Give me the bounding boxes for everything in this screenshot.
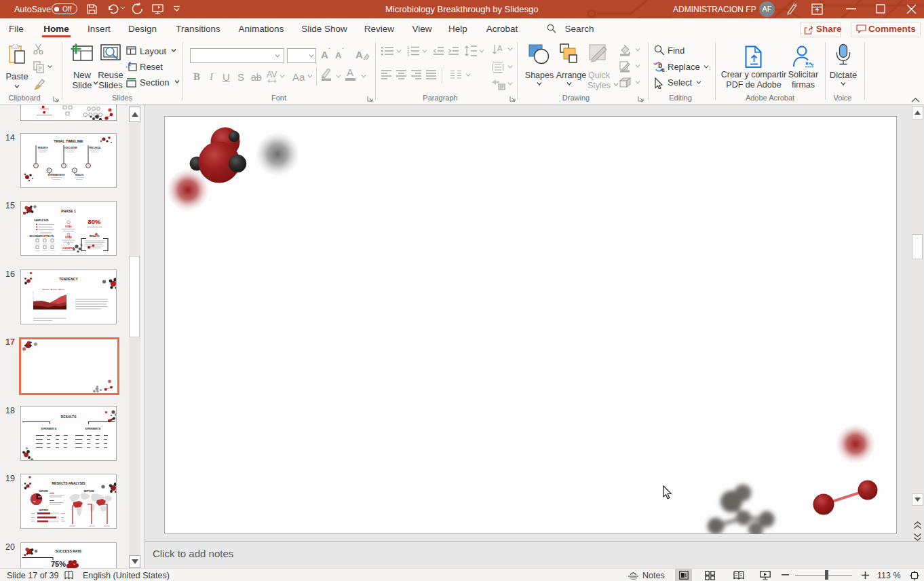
svg-text:SAMPLE SIZE: SAMPLE SIZE bbox=[34, 219, 48, 222]
svg-text:80%: 80% bbox=[88, 218, 101, 225]
svg-text:3: 3 bbox=[407, 53, 410, 56]
svg-text:NEPTUNE: NEPTUNE bbox=[83, 490, 94, 493]
svg-text:3: 3 bbox=[63, 164, 64, 167]
svg-text:EXPERIMENTATION: EXPERIMENTATION bbox=[48, 174, 65, 176]
svg-text:RESULTS: RESULTS bbox=[90, 235, 100, 238]
svg-text:CONCLUSIONS: CONCLUSIONS bbox=[64, 147, 77, 149]
svg-text:EXPERIMENT A: EXPERIMENT A bbox=[41, 428, 57, 430]
svg-text:PHASE 1: PHASE 1 bbox=[61, 209, 76, 213]
svg-text:TENDENCY: TENDENCY bbox=[59, 277, 78, 281]
svg-text:75%: 75% bbox=[51, 560, 66, 568]
svg-text:SATURN: SATURN bbox=[39, 490, 48, 493]
svg-text:GOAL: GOAL bbox=[65, 225, 72, 228]
svg-text:SUCCESS RATE: SUCCESS RATE bbox=[56, 549, 82, 553]
svg-text:EXPERIMENT B: EXPERIMENT B bbox=[85, 428, 101, 430]
svg-text:JUPITER: JUPITER bbox=[39, 509, 48, 512]
svg-text:RESEARCH: RESEARCH bbox=[38, 147, 48, 149]
svg-text:SECONDARY EFFECTS: SECONDARY EFFECTS bbox=[29, 235, 54, 238]
svg-text:A: A bbox=[497, 44, 503, 52]
svg-text:RESULTS: RESULTS bbox=[61, 415, 77, 419]
svg-text:RESULTS: RESULTS bbox=[75, 174, 83, 176]
svg-text:4: 4 bbox=[74, 169, 75, 172]
svg-text:PRECLINICAL: PRECLINICAL bbox=[89, 147, 101, 149]
svg-text:2: 2 bbox=[49, 169, 50, 172]
svg-text:5: 5 bbox=[88, 164, 89, 167]
svg-text:1: 1 bbox=[35, 164, 37, 167]
svg-text:TRIAL TIMELINE: TRIAL TIMELINE bbox=[54, 139, 83, 143]
svg-text:DOSE: DOSE bbox=[65, 236, 72, 239]
svg-text:RESULTS ANALYSIS: RESULTS ANALYSIS bbox=[52, 481, 86, 485]
svg-text:c: c bbox=[661, 67, 665, 73]
